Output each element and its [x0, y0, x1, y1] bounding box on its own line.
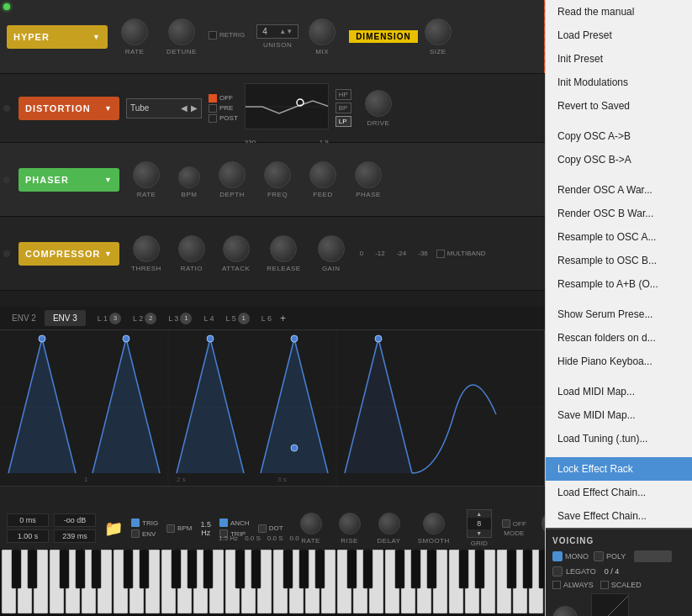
distortion-label[interactable]: DISTORTION ▼ — [18, 97, 119, 120]
menu-item-save-effect-chain[interactable]: Save Effect Chain... — [546, 504, 692, 528]
phaser-rate-knob[interactable] — [133, 161, 160, 188]
comp-thresh-knob[interactable] — [133, 235, 160, 262]
env3-tab[interactable]: ENV 3 — [45, 310, 86, 326]
lfo-l5[interactable]: L 5 1 — [221, 311, 255, 326]
menu-item-copy-osc-ab[interactable]: Copy OSC A->B — [546, 124, 692, 148]
phaser-depth-knob[interactable] — [219, 161, 246, 188]
svg-rect-69 — [427, 550, 436, 588]
svg-rect-55 — [124, 550, 133, 588]
phaser-label[interactable]: PHASER ▼ — [18, 168, 119, 192]
hyper-size-knob[interactable] — [425, 18, 452, 45]
svg-rect-67 — [395, 550, 404, 588]
rate-knob[interactable] — [300, 513, 322, 534]
menu-item-resample-osc-a[interactable]: Resample to OSC A... — [546, 225, 692, 249]
legato-checkbox[interactable] — [552, 566, 563, 577]
poly-toggle[interactable]: POLY — [594, 551, 626, 561]
trig-toggle[interactable]: TRIG — [131, 519, 158, 527]
menu-item-copy-osc-ba[interactable]: Copy OSC B->A — [546, 148, 692, 171]
phaser-freq-knob[interactable] — [264, 161, 291, 188]
distortion-drive-knob[interactable] — [365, 90, 392, 117]
menu-item-render-osc-a[interactable]: Render OSC A War... — [546, 178, 692, 202]
comp-gain-knob[interactable] — [318, 235, 345, 262]
hyper-mix-label: MIX — [315, 48, 329, 55]
menu-item-revert-saved[interactable]: Revert to Saved — [546, 94, 692, 118]
menu-item-load-preset[interactable]: Load Preset — [546, 24, 692, 47]
anch-toggle[interactable]: ANCH — [219, 519, 250, 527]
svg-point-7 — [207, 335, 214, 342]
lfo-l4[interactable]: L 4 — [198, 313, 219, 324]
menu-item-lock-effect-rack[interactable]: Lock Effect Rack — [546, 457, 692, 481]
bpm-toggle[interactable]: BPM — [166, 524, 192, 533]
distortion-next[interactable]: ▶ — [191, 103, 198, 113]
dimension-badge: DIMENSION — [349, 30, 418, 43]
menu-item-read-manual[interactable]: Read the manual — [546, 0, 692, 24]
hyper-mix-knob[interactable] — [309, 18, 335, 45]
phaser-row: PHASER ▼ RATE BPM DEPTH FREQ FEED — [0, 143, 559, 217]
comp-ratio-knob[interactable] — [178, 235, 205, 262]
comp-thresh-group: THRESH — [131, 235, 161, 272]
svg-rect-60 — [235, 550, 245, 588]
comp-attack-knob[interactable] — [223, 235, 250, 262]
comp-release-knob[interactable] — [270, 235, 297, 262]
phaser-phase-group: PHASE — [355, 161, 382, 198]
menu-item-load-tuning[interactable]: Load Tuning (.tun)... — [546, 427, 692, 450]
menu-item-hide-piano[interactable]: Hide Piano Keyboa... — [546, 350, 692, 373]
phaser-bpm-label: BPM — [182, 191, 198, 198]
poly-slider[interactable] — [634, 550, 672, 562]
compressor-led — [3, 250, 10, 257]
lfo-l2[interactable]: L 2 2 — [128, 311, 161, 326]
always-scaled-row: ALWAYS SCALED — [552, 581, 685, 589]
lfo-l6[interactable]: L 6 — [256, 313, 277, 324]
env2-tab[interactable]: ENV 2 — [3, 310, 45, 326]
always-label: ALWAYS — [563, 581, 594, 589]
level-0: 0 — [360, 250, 363, 257]
rise-knob-group: RISE — [339, 513, 361, 545]
mode-label: MODE — [504, 529, 524, 537]
mode-off[interactable]: OFF — [502, 519, 526, 528]
menu-item-show-serum[interactable]: Show Serum Prese... — [546, 303, 692, 326]
hyper-label[interactable]: HYPER ▼ — [7, 25, 108, 49]
menu-item-load-midi[interactable]: Load MIDI Map... — [546, 380, 692, 403]
svg-text:3 s: 3 s — [277, 476, 287, 483]
rise-knob[interactable] — [339, 513, 361, 534]
svg-rect-58 — [188, 550, 197, 588]
svg-rect-54 — [92, 550, 101, 588]
compressor-label[interactable]: COMPRESSOR ▼ — [18, 242, 119, 266]
sustain-value: -oo dB — [54, 513, 96, 527]
distortion-type[interactable]: Tube — [130, 103, 177, 113]
svg-rect-59 — [203, 550, 213, 588]
mono-toggle[interactable]: MONO — [552, 551, 589, 561]
lfo-l1[interactable]: L 1 3 — [92, 311, 126, 326]
menu-item-render-osc-b[interactable]: Render OSC B War... — [546, 202, 692, 225]
lfo-l3[interactable]: L 3 1 — [163, 311, 197, 326]
hyper-arrow: ▼ — [92, 33, 101, 41]
menu-divider — [546, 296, 692, 303]
bpm-value-display: 1.5 Hz — [200, 520, 211, 537]
menu-item-save-midi[interactable]: Save MIDI Map... — [546, 403, 692, 427]
dropdown-menu: Read the manualLoad PresetInit PresetIni… — [545, 0, 692, 616]
comp-release-group: RELEASE — [267, 235, 300, 272]
lfo-add-btn[interactable]: + — [280, 313, 286, 324]
menu-item-init-modulations[interactable]: Init Modulations — [546, 71, 692, 94]
porta-knob[interactable] — [552, 606, 578, 616]
dot-toggle[interactable]: DOT — [258, 524, 283, 533]
delay-knob[interactable] — [378, 513, 400, 534]
smooth-knob[interactable] — [423, 513, 445, 534]
distortion-prev[interactable]: ◀ — [181, 103, 188, 113]
phaser-bpm-knob[interactable] — [178, 166, 200, 188]
grid-down[interactable]: ▼ — [467, 529, 491, 537]
hyper-detune-knob[interactable] — [168, 18, 195, 45]
phaser-feed-knob[interactable] — [309, 161, 336, 188]
phaser-led — [3, 176, 10, 183]
menu-item-resample-osc-b[interactable]: Resample to OSC B... — [546, 249, 692, 272]
menu-item-rescan-folders[interactable]: Rescan folders on d... — [546, 326, 692, 350]
menu-item-resample-ab[interactable]: Resample to A+B (O... — [546, 272, 692, 296]
env-toggle[interactable]: ENV — [131, 529, 158, 538]
menu-item-load-effect-chain[interactable]: Load Effect Chain... — [546, 481, 692, 504]
folder-icon[interactable]: 📁 — [104, 519, 123, 538]
menu-item-init-preset[interactable]: Init Preset — [546, 47, 692, 71]
hyper-rate-knob[interactable] — [121, 18, 148, 45]
phaser-phase-knob[interactable] — [355, 161, 382, 188]
rise-val: 0.0 S — [245, 534, 261, 542]
grid-up[interactable]: ▲ — [467, 510, 491, 518]
